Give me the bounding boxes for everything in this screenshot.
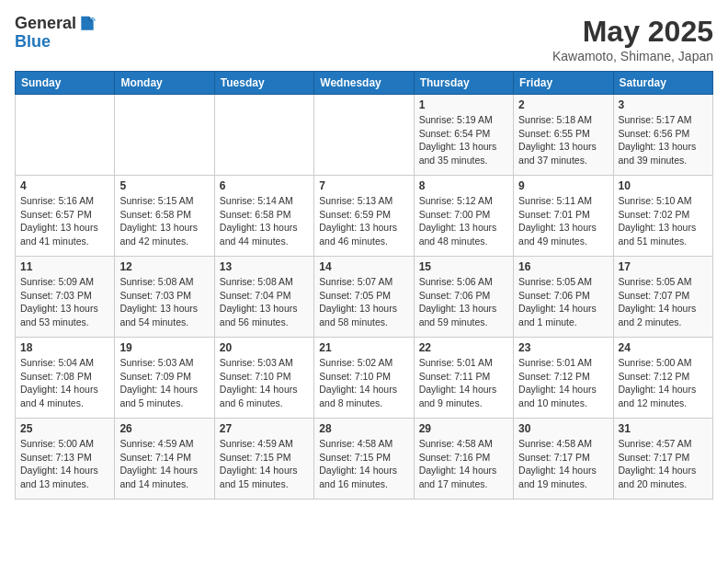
day-info: Sunrise: 5:01 AM Sunset: 7:12 PM Dayligh… <box>518 356 608 410</box>
day-number: 9 <box>518 179 608 192</box>
day-number: 6 <box>220 179 309 192</box>
weekday-header-friday: Friday <box>514 72 613 95</box>
day-info: Sunrise: 5:12 AM Sunset: 7:00 PM Dayligh… <box>419 194 508 248</box>
day-info: Sunrise: 5:15 AM Sunset: 6:58 PM Dayligh… <box>119 194 209 248</box>
logo: General Blue <box>15 15 97 52</box>
day-number: 17 <box>619 260 708 273</box>
logo-blue: Blue <box>15 32 51 51</box>
calendar-week-2: 4Sunrise: 5:16 AM Sunset: 6:57 PM Daylig… <box>16 176 713 257</box>
calendar-cell: 18Sunrise: 5:04 AM Sunset: 7:08 PM Dayli… <box>16 338 115 419</box>
day-number: 23 <box>518 341 608 354</box>
day-number: 5 <box>119 179 209 192</box>
logo-icon <box>78 15 97 33</box>
title-block: May 2025 Kawamoto, Shimane, Japan <box>552 15 713 63</box>
calendar-week-1: 1Sunrise: 5:19 AM Sunset: 6:54 PM Daylig… <box>16 95 713 176</box>
location: Kawamoto, Shimane, Japan <box>552 49 713 63</box>
day-info: Sunrise: 5:04 AM Sunset: 7:08 PM Dayligh… <box>20 356 109 410</box>
day-info: Sunrise: 5:00 AM Sunset: 7:12 PM Dayligh… <box>619 356 708 410</box>
calendar-cell: 9Sunrise: 5:11 AM Sunset: 7:01 PM Daylig… <box>514 176 613 257</box>
calendar-cell: 30Sunrise: 4:58 AM Sunset: 7:17 PM Dayli… <box>514 419 613 500</box>
day-number: 22 <box>419 341 508 354</box>
calendar-cell: 21Sunrise: 5:02 AM Sunset: 7:10 PM Dayli… <box>314 338 414 419</box>
day-number: 2 <box>518 98 608 111</box>
day-number: 1 <box>419 98 508 111</box>
day-info: Sunrise: 5:14 AM Sunset: 6:58 PM Dayligh… <box>220 194 309 248</box>
day-number: 29 <box>419 422 508 435</box>
day-number: 26 <box>119 422 209 435</box>
calendar-cell <box>115 95 214 176</box>
page-header: General Blue May 2025 Kawamoto, Shimane,… <box>15 15 713 63</box>
calendar-cell: 29Sunrise: 4:58 AM Sunset: 7:16 PM Dayli… <box>414 419 513 500</box>
day-info: Sunrise: 5:05 AM Sunset: 7:07 PM Dayligh… <box>619 275 708 329</box>
day-info: Sunrise: 4:58 AM Sunset: 7:17 PM Dayligh… <box>518 437 608 491</box>
day-number: 7 <box>319 179 408 192</box>
calendar-cell: 28Sunrise: 4:58 AM Sunset: 7:15 PM Dayli… <box>314 419 414 500</box>
day-number: 31 <box>619 422 708 435</box>
day-number: 8 <box>419 179 508 192</box>
calendar-cell: 11Sunrise: 5:09 AM Sunset: 7:03 PM Dayli… <box>16 257 115 338</box>
calendar-week-3: 11Sunrise: 5:09 AM Sunset: 7:03 PM Dayli… <box>16 257 713 338</box>
day-number: 25 <box>20 422 109 435</box>
day-info: Sunrise: 5:11 AM Sunset: 7:01 PM Dayligh… <box>518 194 608 248</box>
calendar-cell: 6Sunrise: 5:14 AM Sunset: 6:58 PM Daylig… <box>214 176 313 257</box>
day-info: Sunrise: 5:09 AM Sunset: 7:03 PM Dayligh… <box>20 275 109 329</box>
day-info: Sunrise: 5:06 AM Sunset: 7:06 PM Dayligh… <box>419 275 508 329</box>
day-info: Sunrise: 5:18 AM Sunset: 6:55 PM Dayligh… <box>518 113 608 167</box>
day-info: Sunrise: 5:01 AM Sunset: 7:11 PM Dayligh… <box>419 356 508 410</box>
calendar-header-row: SundayMondayTuesdayWednesdayThursdayFrid… <box>16 72 713 95</box>
logo-general: General <box>15 15 76 33</box>
day-number: 3 <box>619 98 708 111</box>
day-info: Sunrise: 5:07 AM Sunset: 7:05 PM Dayligh… <box>319 275 408 329</box>
calendar-cell: 4Sunrise: 5:16 AM Sunset: 6:57 PM Daylig… <box>16 176 115 257</box>
calendar-cell: 25Sunrise: 5:00 AM Sunset: 7:13 PM Dayli… <box>16 419 115 500</box>
calendar-cell: 1Sunrise: 5:19 AM Sunset: 6:54 PM Daylig… <box>414 95 513 176</box>
day-number: 18 <box>20 341 109 354</box>
day-info: Sunrise: 5:10 AM Sunset: 7:02 PM Dayligh… <box>619 194 708 248</box>
day-number: 13 <box>220 260 309 273</box>
calendar-cell: 3Sunrise: 5:17 AM Sunset: 6:56 PM Daylig… <box>613 95 712 176</box>
weekday-header-thursday: Thursday <box>414 72 513 95</box>
calendar-cell <box>214 95 313 176</box>
day-info: Sunrise: 5:02 AM Sunset: 7:10 PM Dayligh… <box>319 356 408 410</box>
calendar-cell: 31Sunrise: 4:57 AM Sunset: 7:17 PM Dayli… <box>613 419 712 500</box>
calendar-cell: 5Sunrise: 5:15 AM Sunset: 6:58 PM Daylig… <box>115 176 214 257</box>
day-info: Sunrise: 5:03 AM Sunset: 7:10 PM Dayligh… <box>220 356 309 410</box>
calendar-week-4: 18Sunrise: 5:04 AM Sunset: 7:08 PM Dayli… <box>16 338 713 419</box>
calendar-cell: 24Sunrise: 5:00 AM Sunset: 7:12 PM Dayli… <box>613 338 712 419</box>
day-info: Sunrise: 5:03 AM Sunset: 7:09 PM Dayligh… <box>119 356 209 410</box>
weekday-header-wednesday: Wednesday <box>314 72 414 95</box>
calendar-cell: 20Sunrise: 5:03 AM Sunset: 7:10 PM Dayli… <box>214 338 313 419</box>
calendar-table: SundayMondayTuesdayWednesdayThursdayFrid… <box>15 71 713 500</box>
day-number: 28 <box>319 422 408 435</box>
day-info: Sunrise: 5:16 AM Sunset: 6:57 PM Dayligh… <box>20 194 109 248</box>
calendar-cell: 19Sunrise: 5:03 AM Sunset: 7:09 PM Dayli… <box>115 338 214 419</box>
calendar-cell: 22Sunrise: 5:01 AM Sunset: 7:11 PM Dayli… <box>414 338 513 419</box>
calendar-cell: 15Sunrise: 5:06 AM Sunset: 7:06 PM Dayli… <box>414 257 513 338</box>
day-info: Sunrise: 5:13 AM Sunset: 6:59 PM Dayligh… <box>319 194 408 248</box>
calendar-cell: 12Sunrise: 5:08 AM Sunset: 7:03 PM Dayli… <box>115 257 214 338</box>
weekday-header-monday: Monday <box>115 72 214 95</box>
day-info: Sunrise: 5:08 AM Sunset: 7:03 PM Dayligh… <box>119 275 209 329</box>
calendar-cell: 17Sunrise: 5:05 AM Sunset: 7:07 PM Dayli… <box>613 257 712 338</box>
day-info: Sunrise: 5:19 AM Sunset: 6:54 PM Dayligh… <box>419 113 508 167</box>
day-info: Sunrise: 5:00 AM Sunset: 7:13 PM Dayligh… <box>20 437 109 491</box>
calendar-cell: 16Sunrise: 5:05 AM Sunset: 7:06 PM Dayli… <box>514 257 613 338</box>
day-info: Sunrise: 5:17 AM Sunset: 6:56 PM Dayligh… <box>619 113 708 167</box>
calendar-cell <box>314 95 414 176</box>
day-info: Sunrise: 4:58 AM Sunset: 7:15 PM Dayligh… <box>319 437 408 491</box>
day-number: 11 <box>20 260 109 273</box>
weekday-header-saturday: Saturday <box>613 72 712 95</box>
day-info: Sunrise: 4:59 AM Sunset: 7:15 PM Dayligh… <box>220 437 309 491</box>
calendar-cell: 27Sunrise: 4:59 AM Sunset: 7:15 PM Dayli… <box>214 419 313 500</box>
day-number: 27 <box>220 422 309 435</box>
day-info: Sunrise: 5:05 AM Sunset: 7:06 PM Dayligh… <box>518 275 608 329</box>
day-number: 30 <box>518 422 608 435</box>
calendar-cell: 7Sunrise: 5:13 AM Sunset: 6:59 PM Daylig… <box>314 176 414 257</box>
day-number: 12 <box>119 260 209 273</box>
calendar-cell: 2Sunrise: 5:18 AM Sunset: 6:55 PM Daylig… <box>514 95 613 176</box>
calendar-cell: 8Sunrise: 5:12 AM Sunset: 7:00 PM Daylig… <box>414 176 513 257</box>
calendar-cell: 23Sunrise: 5:01 AM Sunset: 7:12 PM Dayli… <box>514 338 613 419</box>
day-number: 15 <box>419 260 508 273</box>
day-number: 19 <box>119 341 209 354</box>
calendar-cell: 10Sunrise: 5:10 AM Sunset: 7:02 PM Dayli… <box>613 176 712 257</box>
